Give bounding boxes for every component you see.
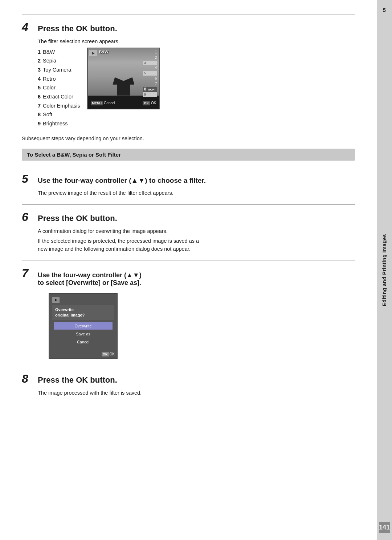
step7-header: 7 Use the four-way controller (▲▼) to se… bbox=[22, 261, 355, 287]
dialog-option-overwrite: Overwrite bbox=[54, 322, 113, 330]
subsequent-text: Subsequent steps vary depending on your … bbox=[22, 136, 355, 141]
filter-num-4: 4 bbox=[143, 65, 157, 70]
step4-body: The filter selection screen appears. 1B&… bbox=[22, 38, 355, 128]
ok-label-small: OK bbox=[143, 101, 150, 105]
step5-number: 5 bbox=[22, 172, 32, 186]
step4-title-pre: Press the bbox=[38, 24, 76, 33]
dialog-title-bar: ▶ bbox=[52, 297, 114, 303]
list-item: 8Soft bbox=[38, 110, 80, 119]
step8-number: 8 bbox=[22, 372, 32, 386]
step6-body: A confirmation dialog for overwriting th… bbox=[22, 227, 355, 253]
section-banner: To Select a B&W, Sepia or Soft Filter bbox=[22, 149, 355, 161]
step6-ok: OK bbox=[76, 214, 88, 223]
filter-section: 1B&W 2Sepia 3Toy Camera 4Retro 5Color 6E… bbox=[38, 48, 355, 128]
step8-title-pre: Press the bbox=[38, 375, 76, 384]
filter-num-9: 9 bbox=[143, 92, 157, 97]
ok-text-camera: OK bbox=[151, 101, 156, 105]
filter-num-1: 1 bbox=[143, 50, 157, 55]
step7-row: ▶ Overwrite original image? Overwrite Sa… bbox=[38, 290, 355, 359]
step8-header: 8 Press the OK button. bbox=[22, 366, 355, 386]
list-item: 1B&W bbox=[38, 48, 80, 57]
page-number: 141 bbox=[379, 522, 390, 533]
list-item: 9Brightness bbox=[38, 119, 80, 128]
list-item: 3Toy Camera bbox=[38, 65, 80, 74]
list-item: 6Extract Color bbox=[38, 92, 80, 101]
side-tab-label: Editing and Printing Images bbox=[381, 234, 387, 306]
camera-mode-icon: ▶ bbox=[89, 50, 97, 56]
side-tab: 5 Editing and Printing Images 141 bbox=[377, 0, 392, 540]
ok-badge: OK bbox=[102, 352, 109, 356]
list-item: 7Color Emphasis bbox=[38, 101, 80, 110]
camera-bottom-bar: MENU Cancel OK OK bbox=[88, 96, 159, 109]
list-item: 4Retro bbox=[38, 74, 80, 84]
step8-ok: OK bbox=[76, 375, 88, 384]
step7-body: ▶ Overwrite original image? Overwrite Sa… bbox=[22, 290, 355, 359]
step4-number: 4 bbox=[22, 21, 32, 34]
bw-label: B&W bbox=[99, 50, 108, 54]
step7-number: 7 bbox=[22, 267, 32, 280]
list-item: 5Color bbox=[38, 83, 80, 92]
dialog-option-saveas: Save as bbox=[54, 330, 113, 338]
step6-line2: If the selected image is protected, the … bbox=[38, 237, 355, 253]
dialog-ok-text: OK bbox=[110, 352, 115, 356]
step8-title: Press the OK button. bbox=[38, 375, 117, 385]
step6-title: Press the OK button. bbox=[38, 214, 117, 223]
step6-title-post: button. bbox=[88, 214, 117, 223]
camera-screen-step4: ▶ B&W 1 2 3 4 5 6 7 8 SOFT 9 bbox=[87, 48, 160, 109]
step5-subtitle: The preview image of the result of the f… bbox=[38, 189, 355, 197]
dialog-screen: ▶ Overwrite original image? Overwrite Sa… bbox=[49, 293, 118, 359]
dialog-option-cancel: Cancel bbox=[54, 338, 113, 346]
step6-line1: A confirmation dialog for overwriting th… bbox=[38, 227, 355, 235]
step8-title-post: button. bbox=[88, 375, 117, 384]
dialog-question: Overwrite original image? bbox=[55, 307, 111, 318]
menu-cancel-btn: MENU Cancel bbox=[91, 101, 115, 105]
step6-number: 6 bbox=[22, 210, 32, 224]
step7-title: Use the four-way controller (▲▼) to sele… bbox=[38, 271, 142, 287]
step4-title-post: button. bbox=[88, 24, 117, 33]
step4-title: Press the OK button. bbox=[38, 24, 117, 33]
step8-subtitle: The image processed with the filter is s… bbox=[38, 389, 355, 397]
cancel-text: Cancel bbox=[104, 101, 115, 105]
step5-body: The preview image of the result of the f… bbox=[22, 189, 355, 197]
step6-title-pre: Press the bbox=[38, 214, 76, 223]
dialog-text-area: Overwrite original image? bbox=[52, 305, 114, 321]
step5-header: 5 Use the four-way controller (▲▼) to ch… bbox=[22, 166, 355, 186]
ok-btn-camera: OK OK bbox=[143, 101, 156, 105]
filter-num-7: 7 bbox=[143, 81, 157, 86]
step6-header: 6 Press the OK button. bbox=[22, 204, 355, 224]
step8-body: The image processed with the filter is s… bbox=[22, 389, 355, 397]
dialog-camera-icon: ▶ bbox=[52, 297, 60, 303]
filter-num-6: 6 bbox=[143, 76, 157, 81]
menu-label: MENU bbox=[91, 101, 103, 105]
dialog-ok-bar: OK OK bbox=[102, 352, 115, 356]
step4-ok: OK bbox=[76, 24, 88, 33]
list-item: 2Sepia bbox=[38, 56, 80, 65]
step4-subtitle: The filter selection screen appears. bbox=[38, 38, 355, 46]
filter-list: 1B&W 2Sepia 3Toy Camera 4Retro 5Color 6E… bbox=[38, 48, 80, 128]
filter-num-5: 5 bbox=[143, 71, 157, 76]
step4-header: 4 Press the OK button. bbox=[22, 15, 355, 34]
dialog-inner: ▶ Overwrite original image? Overwrite Sa… bbox=[49, 294, 117, 350]
side-tab-number: 5 bbox=[383, 7, 386, 13]
step5-title: Use the four-way controller (▲▼) to choo… bbox=[38, 177, 206, 185]
filter-num-2: 2 bbox=[143, 55, 157, 60]
filter-num-8-soft: 8 SOFT bbox=[143, 87, 157, 92]
camera-icon: ▶ bbox=[89, 50, 97, 56]
filter-number-list: 1 2 3 4 5 6 7 8 SOFT 9 bbox=[143, 50, 157, 97]
filter-num-3: 3 bbox=[143, 61, 157, 65]
